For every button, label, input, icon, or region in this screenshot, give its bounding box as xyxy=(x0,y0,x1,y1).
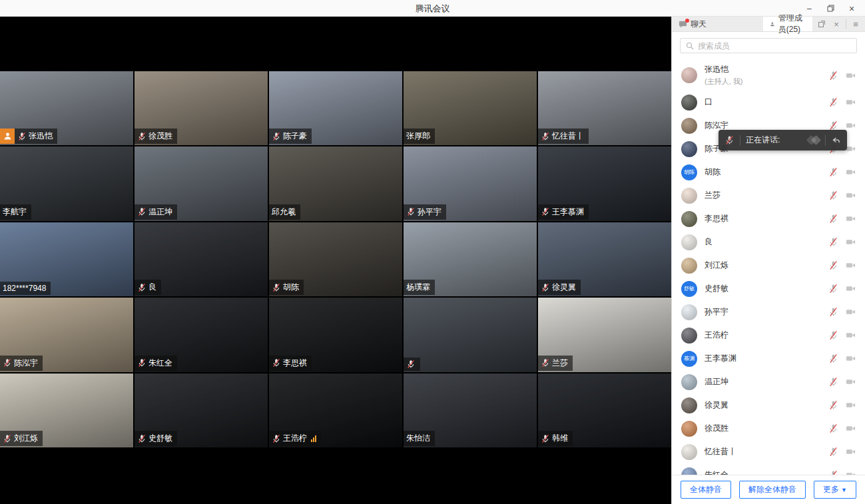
camera-off-icon[interactable] xyxy=(846,144,856,154)
mic-muted-icon[interactable] xyxy=(828,167,838,177)
camera-off-icon[interactable] xyxy=(846,260,856,270)
video-tile[interactable]: 朱怡洁 xyxy=(404,374,537,447)
mic-muted-icon[interactable] xyxy=(828,284,838,294)
participant-meta: 温正坤 xyxy=(705,376,728,387)
video-tile[interactable]: 邱允羲 xyxy=(269,146,402,220)
tab-manage-members[interactable]: 管理成员(25) xyxy=(763,17,812,31)
mic-muted-icon[interactable] xyxy=(828,377,838,387)
participant-row[interactable]: 王浩柠 xyxy=(672,324,865,347)
video-tile[interactable]: 王浩柠 xyxy=(269,374,402,447)
mute-all-button[interactable]: 全体静音 xyxy=(681,481,731,499)
participant-name: 陈子豪 xyxy=(283,130,307,142)
mic-muted-icon[interactable] xyxy=(828,307,838,317)
mic-muted-icon[interactable] xyxy=(828,447,838,457)
video-tile[interactable]: 史舒敏 xyxy=(135,374,268,447)
camera-off-icon[interactable] xyxy=(846,423,856,433)
video-tile[interactable]: 李思祺 xyxy=(269,298,402,372)
video-tile[interactable]: 朱红全 xyxy=(135,298,268,372)
mic-muted-icon[interactable] xyxy=(828,470,838,475)
participant-row[interactable]: 李思祺 xyxy=(672,207,865,230)
video-tile[interactable]: 温正坤 xyxy=(135,146,268,220)
participant-controls xyxy=(828,167,856,177)
participant-row[interactable]: 刘江烁 xyxy=(672,254,865,277)
camera-off-icon[interactable] xyxy=(846,190,856,200)
mic-muted-icon xyxy=(3,434,12,443)
mic-muted-icon[interactable] xyxy=(828,354,838,364)
video-tile[interactable]: 陈泓宇 xyxy=(0,298,133,372)
search-box[interactable] xyxy=(680,38,857,53)
participant-row[interactable]: 张迅恺(主持人, 我) xyxy=(672,60,865,91)
camera-off-icon[interactable] xyxy=(846,167,856,177)
camera-off-icon[interactable] xyxy=(846,354,856,364)
mic-muted-icon[interactable] xyxy=(828,97,838,107)
video-tile[interactable]: 良 xyxy=(135,222,268,296)
video-tile[interactable]: 张厚郎 xyxy=(404,71,537,145)
video-tile[interactable]: 徐茂胜 xyxy=(135,71,268,145)
participant-row[interactable]: 口 xyxy=(672,91,865,114)
tile-label: 李航宇 xyxy=(0,204,31,220)
video-tile[interactable]: 徐灵翼 xyxy=(538,222,671,296)
camera-off-icon[interactable] xyxy=(846,214,856,224)
camera-off-icon[interactable] xyxy=(846,307,856,317)
tab-chat[interactable]: 聊天 xyxy=(672,17,763,31)
mic-muted-icon[interactable] xyxy=(828,423,838,433)
mic-muted-icon[interactable] xyxy=(828,330,838,340)
mic-muted-icon[interactable] xyxy=(828,400,838,410)
mic-muted-icon[interactable] xyxy=(724,135,734,145)
video-tile[interactable]: 刘江烁 xyxy=(0,374,133,447)
participant-row[interactable]: 慕渊王李慕渊 xyxy=(672,347,865,370)
tile-name-bar: 李航宇 xyxy=(0,204,31,220)
video-tile[interactable]: 韩维 xyxy=(538,374,671,447)
more-button[interactable]: 更多▼ xyxy=(814,481,856,499)
camera-off-icon[interactable] xyxy=(846,400,856,410)
host-badge-icon xyxy=(0,128,15,144)
participant-row[interactable]: 温正坤 xyxy=(672,370,865,393)
reply-arrow-icon[interactable] xyxy=(831,135,841,145)
camera-off-icon[interactable] xyxy=(846,71,856,81)
mic-muted-icon[interactable] xyxy=(828,237,838,247)
participant-row[interactable]: 胡陈胡陈 xyxy=(672,160,865,184)
video-tile[interactable]: 陈子豪 xyxy=(269,71,402,145)
camera-off-icon[interactable] xyxy=(846,284,856,294)
video-tile[interactable]: 李航宇 xyxy=(0,146,133,220)
participant-row[interactable]: 徐灵翼 xyxy=(672,393,865,417)
participant-row[interactable]: 舒敏史舒敏 xyxy=(672,277,865,300)
video-tile[interactable] xyxy=(404,298,537,372)
tile-name-bar: 兰莎 xyxy=(538,356,573,371)
close-panel-icon[interactable]: × xyxy=(831,19,842,29)
tile-label: 良 xyxy=(135,280,161,295)
participant-row[interactable]: 忆往昔丨 xyxy=(672,440,865,463)
tile-name-bar: 朱怡洁 xyxy=(404,431,435,446)
camera-off-icon[interactable] xyxy=(846,447,856,457)
restore-button[interactable] xyxy=(821,1,840,16)
camera-off-icon[interactable] xyxy=(846,330,856,340)
camera-off-icon[interactable] xyxy=(846,470,856,475)
video-tile[interactable]: 杨璞霖 xyxy=(404,222,537,296)
search-input[interactable] xyxy=(698,41,851,51)
mic-muted-icon[interactable] xyxy=(828,121,838,130)
unmute-all-button[interactable]: 解除全体静音 xyxy=(739,481,806,499)
video-tile[interactable]: 兰莎 xyxy=(538,298,671,372)
camera-off-icon[interactable] xyxy=(846,121,856,130)
video-tile[interactable]: 胡陈 xyxy=(269,222,402,296)
mic-muted-icon[interactable] xyxy=(828,190,838,200)
video-tile[interactable]: 王李慕渊 xyxy=(538,146,671,220)
mic-muted-icon[interactable] xyxy=(828,260,838,270)
participant-row[interactable]: 朱红全 xyxy=(672,463,865,475)
camera-off-icon[interactable] xyxy=(846,97,856,107)
close-button[interactable]: × xyxy=(842,1,861,16)
video-tile[interactable]: 孙平宇 xyxy=(404,146,537,220)
participant-row[interactable]: 徐茂胜 xyxy=(672,417,865,440)
popout-icon[interactable] xyxy=(816,19,827,29)
video-tile[interactable]: 忆往昔丨 xyxy=(538,71,671,145)
mic-muted-icon[interactable] xyxy=(828,71,838,81)
menu-icon[interactable]: ≡ xyxy=(850,19,861,29)
mic-muted-icon[interactable] xyxy=(828,214,838,224)
participant-row[interactable]: 兰莎 xyxy=(672,184,865,207)
video-tile[interactable]: 182****7948 xyxy=(0,222,133,296)
participant-row[interactable]: 孙平宇 xyxy=(672,300,865,324)
participant-row[interactable]: 良 xyxy=(672,230,865,254)
video-tile[interactable]: 张迅恺 xyxy=(0,71,133,145)
camera-off-icon[interactable] xyxy=(846,377,856,387)
camera-off-icon[interactable] xyxy=(846,237,856,247)
